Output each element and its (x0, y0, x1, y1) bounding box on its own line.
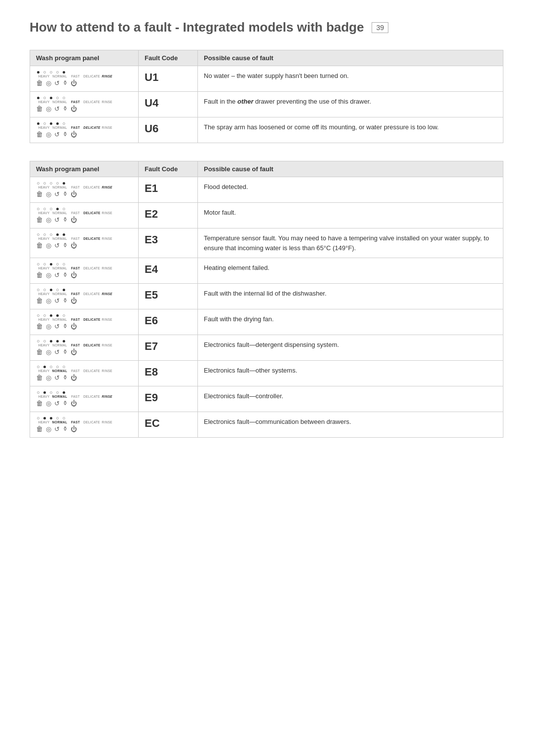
wash-panel-cell: HEAVYNORMALFASTDELICATERINSE🗑◎↺⚱⏻ (30, 228, 139, 258)
wash-panel: HEAVYNORMALFASTDELICATERINSE🗑◎↺⚱⏻ (36, 71, 132, 86)
wp-label-0: HEAVY (36, 126, 52, 129)
wp-door-icon: 🗑 (36, 400, 43, 407)
dot-empty-4 (63, 208, 65, 210)
wp-power-icon: ⏻ (71, 323, 77, 330)
dot-empty-2 (50, 71, 52, 74)
dot-empty-1 (43, 71, 46, 74)
fault-code-cell: E5 (139, 284, 198, 309)
wp-drum-icon: ◎ (46, 217, 51, 223)
cause-cell: The spray arm has loosened or come off i… (198, 117, 503, 143)
wp-label-1: NORMAL (52, 237, 68, 240)
table-row: HEAVYNORMALFASTDELICATERINSE🗑◎↺⚱⏻U6The s… (30, 117, 503, 143)
wp-label-4: RINSE (99, 395, 115, 398)
wp-label-1: NORMAL (52, 343, 68, 347)
wp-door-icon: 🗑 (36, 216, 43, 223)
wp-spray-icon: ↺ (54, 400, 60, 407)
table1-header-fault: Fault Code (139, 50, 198, 66)
wp-drum-icon: ◎ (46, 375, 51, 381)
dot-empty-2 (50, 208, 52, 210)
dot-active-2 (50, 417, 52, 419)
wp-label-0: HEAVY (36, 292, 52, 296)
wp-door-icon: 🗑 (36, 271, 43, 278)
wp-label-0: HEAVY (36, 395, 52, 398)
wash-panel-cell: HEAVYNORMALFASTDELICATERINSE🗑◎↺⚱⏻ (30, 386, 139, 412)
fault-code-cell: U1 (139, 66, 198, 92)
dot-active-1 (43, 417, 46, 419)
dot-empty-0 (37, 366, 39, 368)
wp-label-2: FAST (68, 343, 83, 347)
wp-door-icon: 🗑 (36, 131, 43, 138)
wp-label-0: HEAVY (36, 237, 52, 240)
dot-active-4 (63, 340, 65, 342)
wp-door-icon: 🗑 (36, 105, 43, 112)
dot-empty-1 (43, 122, 46, 125)
dot-active-2 (50, 122, 52, 125)
wp-spray-icon: ↺ (54, 298, 60, 304)
wp-label-3: DELICATE (83, 237, 99, 240)
wp-label-3: DELICATE (83, 395, 99, 398)
dot-empty-0 (37, 289, 39, 291)
wp-label-1: NORMAL (52, 292, 68, 296)
dot-empty-0 (37, 263, 39, 265)
dot-empty-3 (56, 182, 59, 185)
dot-empty-0 (37, 340, 39, 342)
dot-empty-3 (56, 289, 59, 291)
dot-empty-4 (63, 314, 65, 317)
wp-utensil-icon: ⚱ (63, 349, 68, 355)
dot-active-2 (50, 263, 52, 265)
wp-utensil-icon: ⚱ (63, 191, 68, 197)
wp-spray-icon: ↺ (54, 131, 60, 138)
dot-active-2 (50, 289, 52, 291)
wp-utensil-icon: ⚱ (63, 298, 68, 303)
wp-label-4: RINSE (99, 211, 115, 215)
table-row: HEAVYNORMALFASTDELICATERINSE🗑◎↺⚱⏻E9Elect… (30, 386, 503, 412)
wp-label-2: FAST (68, 186, 83, 189)
dot-active-4 (63, 289, 65, 291)
wp-label-0: HEAVY (36, 211, 52, 215)
fault-code-cell: E3 (139, 228, 198, 258)
dot-empty-4 (63, 366, 65, 368)
wash-panel: HEAVYNORMALFASTDELICATERINSE🗑◎↺⚱⏻ (36, 289, 132, 304)
wp-door-icon: 🗑 (36, 242, 43, 249)
wp-utensil-icon: ⚱ (63, 106, 68, 112)
wp-label-3: DELICATE (83, 186, 99, 189)
cause-cell: Fault in the other drawer preventing the… (198, 92, 503, 117)
wp-label-1: NORMAL (52, 211, 68, 215)
dot-empty-4 (63, 263, 65, 265)
dot-empty-1 (43, 97, 46, 99)
wp-label-3: DELICATE (83, 420, 99, 424)
wp-label-2: FAST (68, 237, 83, 240)
table-row: HEAVYNORMALFASTDELICATERINSE🗑◎↺⚱⏻E8Elect… (30, 361, 503, 386)
dot-active-3 (56, 340, 59, 342)
dot-active-0 (37, 122, 39, 125)
dot-active-3 (56, 233, 59, 236)
wp-label-4: RINSE (99, 292, 115, 296)
wp-label-1: NORMAL (52, 420, 68, 424)
cause-cell: Motor fault. (198, 203, 503, 228)
cause-cell: Fault with the internal lid of the dishw… (198, 284, 503, 309)
table-row: HEAVYNORMALFASTDELICATERINSE🗑◎↺⚱⏻E3Tempe… (30, 228, 503, 258)
wp-label-0: HEAVY (36, 420, 52, 424)
dot-empty-0 (37, 208, 39, 210)
wp-power-icon: ⏻ (71, 349, 77, 355)
table-row: HEAVYNORMALFASTDELICATERINSE🗑◎↺⚱⏻E6Fault… (30, 309, 503, 335)
wp-label-2: FAST (68, 369, 83, 373)
wp-drum-icon: ◎ (46, 400, 51, 407)
fault-code-cell: U6 (139, 117, 198, 143)
table1-header-cause: Possible cause of fault (198, 50, 503, 66)
dot-active-2 (50, 97, 52, 99)
wp-label-2: FAST (68, 75, 83, 78)
table-row: HEAVYNORMALFASTDELICATERINSE🗑◎↺⚱⏻E7Elect… (30, 335, 503, 361)
dot-empty-4 (63, 122, 65, 125)
wp-label-2: FAST (68, 420, 83, 424)
wp-label-1: NORMAL (52, 266, 68, 270)
wp-power-icon: ⏻ (71, 375, 77, 381)
wp-door-icon: 🗑 (36, 425, 43, 432)
wp-label-4: RINSE (99, 237, 115, 240)
wash-panel-cell: HEAVYNORMALFASTDELICATERINSE🗑◎↺⚱⏻ (30, 412, 139, 438)
dot-empty-0 (37, 314, 39, 317)
wp-utensil-icon: ⚱ (63, 400, 68, 406)
dot-empty-2 (50, 366, 52, 368)
dot-active-3 (56, 314, 59, 317)
wash-panel-cell: HEAVYNORMALFASTDELICATERINSE🗑◎↺⚱⏻ (30, 66, 139, 92)
